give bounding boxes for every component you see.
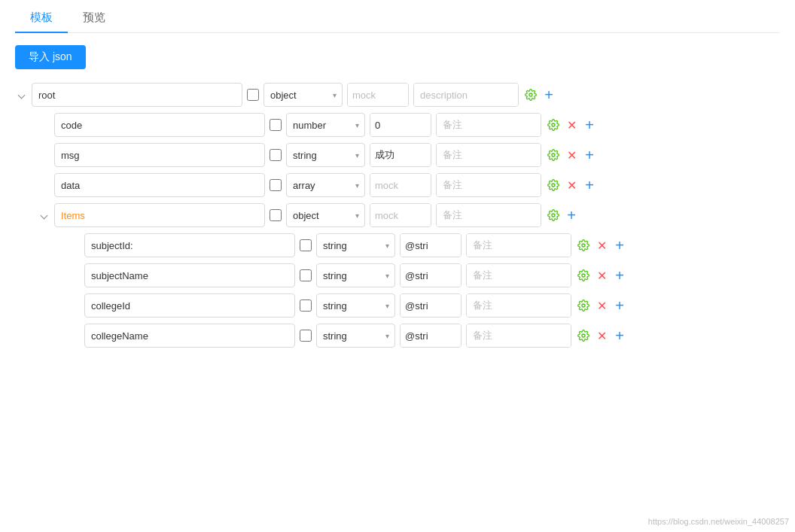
delete-icon-subjectName[interactable]: ✕	[594, 268, 609, 283]
mock-input-root[interactable]	[348, 84, 409, 106]
desc-wrap-subjectName	[466, 263, 571, 287]
desc-wrap-subjectId	[466, 233, 571, 257]
add-icon-collegeName[interactable]: +	[612, 328, 627, 343]
type-select-subjectId[interactable]: objectarraystringnumberbooleanintegernul…	[316, 233, 395, 257]
gear-icon-msg[interactable]	[546, 147, 561, 163]
gear-icon-data[interactable]	[546, 178, 561, 193]
desc-wrap-code	[436, 113, 541, 137]
svg-point-2	[552, 154, 555, 157]
name-input-msg[interactable]	[54, 143, 265, 167]
desc-input-msg[interactable]	[437, 144, 541, 166]
actions-items: +	[546, 208, 579, 223]
checkbox-msg[interactable]	[270, 149, 282, 161]
name-input-subjectId[interactable]	[84, 233, 295, 257]
gear-icon-root[interactable]	[523, 87, 538, 102]
delete-icon-code[interactable]: ✕	[564, 117, 579, 132]
delete-icon-data[interactable]: ✕	[564, 178, 579, 193]
name-input-subjectName[interactable]	[84, 263, 295, 287]
toggle-items[interactable]	[38, 209, 50, 221]
schema-row-code: objectarraystringnumberbooleanintegernul…	[15, 113, 780, 137]
name-input-items[interactable]	[54, 203, 265, 227]
schema-row-root: objectarraystringnumberbooleanintegernul…	[15, 83, 780, 107]
desc-input-subjectId[interactable]	[467, 234, 571, 257]
mock-wrap-collegeId	[400, 293, 461, 318]
type-select-items[interactable]: objectarraystringnumberbooleanintegernul…	[286, 203, 365, 227]
gear-icon-collegeName[interactable]	[576, 328, 591, 343]
import-json-button[interactable]: 导入 json	[15, 45, 86, 69]
desc-input-data[interactable]	[437, 174, 541, 196]
mock-wrap-msg	[370, 143, 431, 167]
add-icon-subjectName[interactable]: +	[612, 268, 627, 283]
checkbox-subjectName[interactable]	[300, 269, 312, 281]
add-icon-code[interactable]: +	[582, 117, 597, 132]
checkbox-subjectId[interactable]	[300, 239, 312, 251]
mock-input-items[interactable]	[370, 204, 431, 226]
desc-input-collegeId[interactable]	[467, 294, 571, 317]
mock-wrap-root	[347, 83, 409, 107]
tab-preview[interactable]: 预览	[68, 0, 120, 32]
gear-icon-subjectId[interactable]	[576, 238, 591, 253]
mock-input-collegeId[interactable]	[401, 294, 461, 317]
type-select-wrap-items: objectarraystringnumberbooleanintegernul…	[286, 203, 365, 227]
type-select-code[interactable]: objectarraystringnumberbooleanintegernul…	[286, 113, 365, 137]
schema-row-collegeName: objectarraystringnumberbooleanintegernul…	[15, 324, 780, 348]
name-input-code[interactable]	[54, 113, 265, 137]
name-input-collegeId[interactable]	[84, 293, 295, 318]
checkbox-collegeName[interactable]	[300, 330, 312, 342]
desc-input-items[interactable]	[437, 204, 541, 226]
add-icon-collegeId[interactable]: +	[612, 298, 627, 313]
svg-point-8	[582, 334, 585, 337]
add-icon-items[interactable]: +	[564, 208, 579, 223]
mock-input-msg[interactable]	[370, 144, 431, 166]
mock-input-data[interactable]	[370, 174, 431, 196]
gear-icon-items[interactable]	[546, 208, 561, 223]
type-select-collegeId[interactable]: objectarraystringnumberbooleanintegernul…	[316, 293, 395, 318]
svg-point-1	[552, 123, 555, 126]
type-select-root[interactable]: objectarraystringnumberbooleanintegernul…	[263, 83, 343, 107]
delete-icon-collegeName[interactable]: ✕	[594, 328, 609, 343]
tab-template[interactable]: 模板	[15, 0, 68, 32]
type-select-collegeName[interactable]: objectarraystringnumberbooleanintegernul…	[316, 324, 395, 348]
mock-input-collegeName[interactable]	[401, 324, 461, 347]
add-icon-data[interactable]: +	[582, 178, 597, 193]
type-select-wrap-collegeName: objectarraystringnumberbooleanintegernul…	[316, 324, 395, 348]
mock-input-code[interactable]	[370, 114, 431, 136]
name-input-root[interactable]	[32, 83, 242, 107]
tab-bar: 模板 预览	[15, 0, 780, 33]
mock-input-subjectName[interactable]	[401, 264, 461, 287]
checkbox-collegeId[interactable]	[300, 299, 312, 312]
gear-icon-subjectName[interactable]	[576, 268, 591, 283]
type-select-subjectName[interactable]: objectarraystringnumberbooleanintegernul…	[316, 263, 395, 287]
desc-input-root[interactable]	[414, 84, 519, 106]
checkbox-data[interactable]	[270, 179, 282, 191]
actions-code: ✕+	[546, 117, 597, 132]
add-icon-subjectId[interactable]: +	[612, 238, 627, 253]
add-icon-msg[interactable]: +	[582, 147, 597, 163]
desc-input-subjectName[interactable]	[467, 264, 571, 287]
type-select-msg[interactable]: objectarraystringnumberbooleanintegernul…	[286, 143, 365, 167]
schema-row-data: objectarraystringnumberbooleanintegernul…	[15, 173, 780, 197]
toggle-root[interactable]	[15, 89, 27, 101]
desc-wrap-items	[436, 203, 541, 227]
name-input-collegeName[interactable]	[84, 324, 295, 348]
schema-row-subjectName: objectarraystringnumberbooleanintegernul…	[15, 263, 780, 287]
gear-icon-collegeId[interactable]	[576, 298, 591, 313]
checkbox-code[interactable]	[270, 119, 282, 131]
add-icon-root[interactable]: +	[541, 87, 556, 102]
desc-input-code[interactable]	[437, 114, 541, 136]
gear-icon-code[interactable]	[546, 117, 561, 132]
delete-icon-collegeId[interactable]: ✕	[594, 298, 609, 313]
mock-wrap-collegeName	[400, 324, 461, 348]
actions-msg: ✕+	[546, 147, 597, 163]
delete-icon-subjectId[interactable]: ✕	[594, 238, 609, 253]
name-input-data[interactable]	[54, 173, 265, 197]
delete-icon-msg[interactable]: ✕	[564, 147, 579, 163]
desc-wrap-root	[413, 83, 519, 107]
checkbox-root[interactable]	[247, 89, 259, 101]
desc-input-collegeName[interactable]	[467, 324, 571, 347]
checkbox-items[interactable]	[270, 209, 282, 221]
type-select-data[interactable]: objectarraystringnumberbooleanintegernul…	[286, 173, 365, 197]
type-select-wrap-subjectName: objectarraystringnumberbooleanintegernul…	[316, 263, 395, 287]
mock-input-subjectId[interactable]	[401, 234, 461, 257]
desc-wrap-msg	[436, 143, 541, 167]
